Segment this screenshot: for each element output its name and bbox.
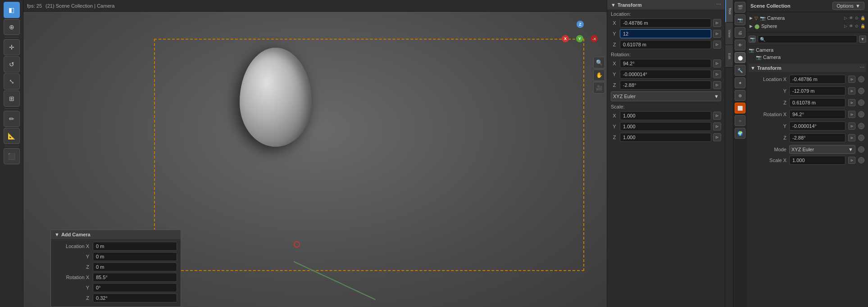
nav-widget[interactable]: Z X Y -X <box>562 21 598 57</box>
prop-loc-y-dot[interactable]: · <box>858 88 864 94</box>
sphere-action-1[interactable]: ▷ <box>844 24 847 28</box>
viewport-zoom-btn[interactable]: 🔍 <box>593 57 605 68</box>
rot-z-copy-btn[interactable]: ⊳ <box>713 81 721 89</box>
prop-transform-dots[interactable]: ⋯ <box>859 65 864 71</box>
prop-transform-header[interactable]: ▼ Transform ⋯ <box>749 63 866 72</box>
viewport-hand-btn[interactable]: ✋ <box>593 69 605 81</box>
side-tab-tool[interactable]: Tool <box>725 0 733 23</box>
prop-icon-material[interactable]: ○ <box>735 115 745 126</box>
rot-y-copy-btn[interactable]: ⊳ <box>713 70 721 78</box>
viewport[interactable]: Z X Y -X 🔍 ✋ 🎥 ▼ Add Camera Location X 0… <box>23 12 607 307</box>
prop-mode-select[interactable]: XYZ Euler ▼ <box>789 145 855 154</box>
scale-z-input[interactable]: 1.000 <box>620 133 711 142</box>
prop-icon-world[interactable]: 🌍 <box>735 128 745 139</box>
prop-icon-render[interactable]: 📷 <box>735 14 745 25</box>
prop-icon-modifier[interactable]: 🔧 <box>735 65 745 76</box>
loc-y-copy-btn[interactable]: ⊳ <box>713 30 721 38</box>
prop-icon-active[interactable]: ⬜ <box>735 103 745 113</box>
rotation-y-value[interactable]: 0° <box>93 283 177 292</box>
prop-rot-z-value[interactable]: -2.88° <box>789 133 845 142</box>
prop-loc-z-value[interactable]: 0.61078 m <box>789 98 845 107</box>
rotation-x-value[interactable]: 85.5° <box>93 273 177 282</box>
transform-dots-icon[interactable]: ⋯ <box>716 2 721 8</box>
loc-x-copy-btn[interactable]: ⊳ <box>713 19 721 27</box>
scale-z-copy-btn[interactable]: ⊳ <box>713 133 721 141</box>
prop-loc-x-dot[interactable]: · <box>858 76 864 82</box>
prop-icon-scene[interactable]: 🎬 <box>735 2 745 13</box>
prop-scale-x-value[interactable]: 1.000 <box>789 156 845 165</box>
sphere-action-3[interactable]: ⊙ <box>855 24 859 28</box>
prop-rot-x-value[interactable]: 94.2° <box>789 110 845 119</box>
toolbar-select-btn[interactable]: ◧ <box>4 2 20 18</box>
scale-y-input[interactable]: 1.000 <box>620 122 711 131</box>
prop-rot-x-dot[interactable]: · <box>858 111 864 117</box>
nav-z-axis[interactable]: Z <box>577 21 584 28</box>
prop-rot-y-value[interactable]: -0.000014° <box>789 122 845 131</box>
prop-icon-object[interactable]: ⬤ <box>735 52 745 63</box>
prop-mode-dot[interactable]: · <box>858 146 864 153</box>
options-button[interactable]: Options ▼ <box>832 2 864 10</box>
prop-rot-z-dot[interactable]: · <box>858 135 864 141</box>
location-z-value[interactable]: 0 m <box>93 262 177 271</box>
nav-x-axis[interactable]: X <box>562 35 569 42</box>
loc-z-copy-btn[interactable]: ⊳ <box>713 41 721 49</box>
toolbar-scale-btn[interactable]: ⤡ <box>4 73 20 90</box>
nav-xneg-axis[interactable]: -X <box>591 35 598 42</box>
scene-item-sphere[interactable]: ▶ ⬤ Sphere ▷ 👁 ⊙ 🔒 <box>747 22 868 30</box>
camera-action-4[interactable]: 🔒 <box>860 16 865 20</box>
prop-rot-x-copy[interactable]: ⊳ <box>848 111 855 118</box>
prop-filter-btn[interactable]: ▼ <box>859 36 866 43</box>
prop-icon-physics[interactable]: ⊕ <box>735 90 745 101</box>
prop-rot-y-dot[interactable]: · <box>858 123 864 129</box>
toolbar-measure-btn[interactable]: 📐 <box>4 128 20 144</box>
toolbar-cursor-btn[interactable]: ⊕ <box>4 19 20 35</box>
prop-search-input[interactable]: 🔍 <box>758 35 857 43</box>
toolbar-annotate-btn[interactable]: ✏ <box>4 111 20 127</box>
prop-icon-output[interactable]: 🖨 <box>735 27 745 38</box>
viewport-camera-btn[interactable]: 🎥 <box>593 82 605 94</box>
prop-camera-icon-btn[interactable]: 📷 <box>749 36 756 43</box>
rot-y-input[interactable]: -0.000014° <box>620 70 711 79</box>
scene-item-camera[interactable]: ▶ ▽ 📷 Camera ▷ 👁 ⊙ 🔒 <box>747 14 868 22</box>
scale-x-input[interactable]: 1.000 <box>620 111 711 120</box>
prop-scale-x-copy[interactable]: ⊳ <box>848 157 855 164</box>
location-y-value[interactable]: 0 m <box>93 252 177 261</box>
side-tab-view[interactable]: View <box>725 23 733 45</box>
prop-icon-particle[interactable]: ✦ <box>735 77 745 88</box>
nav-y-axis[interactable]: Y <box>576 35 583 42</box>
sphere-action-2[interactable]: 👁 <box>849 24 853 28</box>
add-camera-panel-header[interactable]: ▼ Add Camera <box>51 230 181 239</box>
prop-scale-x-dot[interactable]: · <box>858 157 864 163</box>
prop-rot-z-copy[interactable]: ⊳ <box>848 134 855 141</box>
loc-z-input[interactable]: 0.61078 m <box>620 40 711 49</box>
rot-x-copy-btn[interactable]: ⊳ <box>713 59 721 68</box>
camera-action-1[interactable]: ▷ <box>844 16 847 20</box>
prop-loc-z-dot[interactable]: · <box>858 99 864 106</box>
prop-icon-view[interactable]: 👁 <box>735 40 745 50</box>
loc-x-input[interactable]: -0.48786 m <box>620 18 711 27</box>
toolbar-transform-btn[interactable]: ⊞ <box>4 90 20 107</box>
prop-loc-y-copy[interactable]: ⊳ <box>848 87 855 95</box>
location-x-value[interactable]: 0 m <box>93 242 177 251</box>
side-tab-edit[interactable]: Edit <box>725 45 733 68</box>
camera-action-3[interactable]: ⊙ <box>855 16 859 20</box>
prop-loc-x-value[interactable]: -0.48786 m <box>789 75 845 84</box>
transform-side-panel: ▼ Transform ⋯ Location: X -0.48786 m ⊳ Y… <box>607 0 733 307</box>
rotation-z-value[interactable]: 0.32° <box>93 293 177 302</box>
toolbar-rotate-btn[interactable]: ↺ <box>4 56 20 72</box>
loc-y-input[interactable]: 12 <box>620 29 711 38</box>
scale-y-copy-btn[interactable]: ⊳ <box>713 122 721 131</box>
toolbar-cube-btn[interactable]: ⬛ <box>4 148 20 164</box>
camera-action-2[interactable]: 👁 <box>849 16 853 20</box>
sphere-action-4[interactable]: 🔒 <box>860 24 865 28</box>
toolbar-move-btn[interactable]: ✛ <box>4 39 20 55</box>
transform-panel-header[interactable]: ▼ Transform ⋯ <box>607 0 725 9</box>
prop-loc-y-value[interactable]: -12.079 m <box>789 86 845 95</box>
rot-x-input[interactable]: 94.2° <box>620 59 711 68</box>
scale-x-copy-btn[interactable]: ⊳ <box>713 112 721 120</box>
prop-loc-x-copy[interactable]: ⊳ <box>848 76 855 83</box>
rot-z-input[interactable]: -2.88° <box>620 81 711 90</box>
euler-dropdown[interactable]: XYZ Euler ▼ <box>611 91 721 101</box>
prop-loc-z-copy[interactable]: ⊳ <box>848 99 855 106</box>
prop-rot-y-copy[interactable]: ⊳ <box>848 122 855 130</box>
